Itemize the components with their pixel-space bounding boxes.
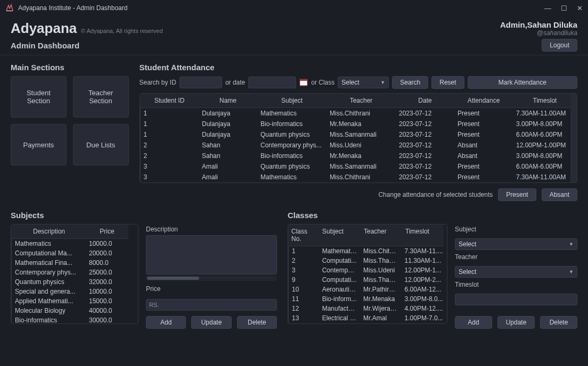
table-row[interactable]: Bio-informatics30000.0 — [11, 315, 138, 324]
table-header[interactable]: Date — [396, 94, 454, 108]
table-row[interactable]: 3Contempor...Miss.Udeni12.00PM-1... — [288, 265, 447, 275]
table-header[interactable]: Subject — [257, 94, 326, 108]
table-row[interactable]: 3AmaliMathematicsMiss.Chithrani2023-07-1… — [140, 172, 577, 182]
subject-update-button[interactable]: Update — [191, 316, 231, 329]
table-header[interactable]: Teacher — [326, 94, 396, 108]
scrollbar-horizontal[interactable] — [146, 276, 277, 281]
table-row[interactable]: 1MathematicsMiss.Chithr...7.30AM-11.... — [288, 246, 447, 256]
classes-title: Classes — [288, 211, 447, 220]
attendance-title: Student Attendance — [140, 63, 578, 72]
change-attendance-label: Change attendance of selected students — [378, 191, 493, 198]
table-row[interactable]: Special and genera...10000.0 — [11, 287, 138, 296]
table-header[interactable]: Price — [86, 224, 128, 239]
table-row[interactable]: 2SahanBio-informaticsMr.Menaka2023-07-12… — [140, 151, 577, 161]
table-row[interactable]: 14Contempor...Miss.Udeni10.00AM-1... — [288, 323, 447, 324]
app-icon — [5, 4, 14, 12]
attendance-table[interactable]: Student IDNameSubjectTeacherDateAttendan… — [140, 93, 578, 183]
present-button[interactable]: Present — [498, 188, 536, 201]
subjects-title: Subjects — [11, 211, 138, 220]
class-teacher-select[interactable]: Select▼ — [455, 266, 577, 278]
or-date-label: or date — [225, 79, 245, 86]
class-subject-select[interactable]: Select▼ — [455, 238, 577, 250]
table-row[interactable]: Computational Ma...20000.0 — [11, 248, 138, 258]
search-id-input[interactable] — [179, 77, 222, 88]
tile-student-section[interactable]: Student Section — [11, 76, 67, 118]
window-title: Adyapana Institute - Admin Dashboard — [18, 4, 544, 12]
table-header[interactable]: Subject — [319, 224, 361, 246]
brand-name: Adyapana — [11, 20, 77, 36]
class-subject-label: Subject — [455, 226, 577, 233]
logout-button[interactable]: Logout — [542, 39, 577, 52]
class-timeslot-input[interactable] — [455, 294, 577, 305]
table-row[interactable]: Mathematics10000.0 — [11, 239, 138, 248]
or-class-label: or Class — [311, 79, 334, 86]
table-row[interactable]: Quantum physics32000.0 — [11, 277, 138, 287]
table-row[interactable]: 2Computati...Miss.Tham...11.30AM-1... — [288, 256, 447, 265]
chevron-down-icon: ▼ — [569, 269, 574, 274]
mark-attendance-button[interactable]: Mark Attendance — [468, 76, 577, 89]
price-input[interactable] — [146, 299, 277, 311]
svg-rect-0 — [6, 11, 13, 11]
table-row[interactable]: 1DulanjayaMathematicsMiss.Chithrani2023-… — [140, 108, 577, 119]
table-row[interactable]: Applied Mathemati...15000.0 — [11, 296, 138, 306]
user-name: Admin,Sahan Diluka — [500, 20, 577, 29]
copyright: © Adyapana, All rights reserved — [81, 28, 163, 34]
table-row[interactable]: 13Electrical E...Mr.Amal1.00PM-7.0... — [288, 313, 447, 323]
chevron-down-icon: ▼ — [380, 80, 385, 85]
main-sections-title: Main Sections — [11, 63, 129, 72]
scrollbar-vertical[interactable] — [570, 94, 577, 182]
currency-label: RS. — [149, 302, 159, 308]
table-row[interactable]: 1DulanjayaBio-informaticsMr.Menaka2023-0… — [140, 119, 577, 129]
reset-button[interactable]: Reset — [431, 76, 464, 89]
class-delete-button[interactable]: Delete — [540, 316, 577, 329]
description-label: Description — [146, 226, 277, 233]
maximize-button[interactable]: ☐ — [561, 4, 567, 12]
table-header[interactable]: Timeslot — [402, 224, 444, 246]
tile-due-lists[interactable]: Due Lists — [73, 124, 129, 165]
price-label: Price — [146, 285, 277, 293]
table-header[interactable]: Attendance — [454, 94, 513, 108]
subjects-table[interactable]: DescriptionPrice Mathematics10000.0Compu… — [11, 224, 138, 324]
table-row[interactable]: 1DulanjayaQuantum physicsMiss.Samanmali2… — [140, 129, 577, 140]
close-button[interactable]: ✕ — [577, 4, 583, 12]
tile-payments[interactable]: Payments — [11, 124, 67, 165]
subject-add-button[interactable]: Add — [146, 316, 186, 329]
table-header[interactable]: Description — [11, 224, 86, 239]
class-teacher-label: Teacher — [455, 253, 577, 261]
class-timeslot-label: Timeslot — [455, 281, 577, 288]
table-row[interactable]: 11Bio-inform...Mr.Menaka3.00PM-8.0... — [288, 294, 447, 304]
description-input[interactable] — [146, 235, 277, 274]
class-add-button[interactable]: Add — [455, 316, 492, 329]
absent-button[interactable]: Absant — [542, 188, 577, 201]
user-handle: @sahandiluka — [500, 29, 577, 37]
page-title: Admin Dashboard — [11, 41, 79, 50]
search-date-input[interactable] — [248, 77, 296, 88]
chevron-down-icon: ▼ — [569, 242, 574, 247]
table-header[interactable]: Timeslot — [513, 94, 577, 108]
classes-table[interactable]: Class No.SubjectTeacherTimeslot 1Mathema… — [288, 224, 447, 324]
titlebar: Adyapana Institute - Admin Dashboard — ☐… — [0, 0, 588, 16]
table-row[interactable]: 9Computati...Miss.Tham...12.00PM-2... — [288, 275, 447, 285]
tile-teacher-section[interactable]: Teacher Section — [73, 76, 129, 118]
table-row[interactable]: Contemporary phys...25000.0 — [11, 268, 138, 277]
table-row[interactable]: Mathematical Fina...8000.0 — [11, 258, 138, 268]
search-button[interactable]: Search — [392, 76, 428, 89]
minimize-button[interactable]: — — [544, 4, 551, 12]
table-header[interactable]: Student ID — [140, 94, 199, 108]
svg-rect-2 — [300, 79, 307, 81]
table-row[interactable]: 2SahanContemporary phys...Miss.Udeni2023… — [140, 140, 577, 151]
table-row[interactable]: 3AmaliQuantum physicsMiss.Samanmali2023-… — [140, 161, 577, 172]
class-update-button[interactable]: Update — [497, 316, 535, 329]
calendar-icon[interactable] — [299, 78, 308, 87]
table-row[interactable]: Molecular Biology40000.0 — [11, 306, 138, 315]
table-header[interactable]: Class No. — [288, 224, 319, 246]
search-id-label: Search by ID — [140, 79, 176, 86]
class-select[interactable]: Select▼ — [338, 77, 389, 88]
table-row[interactable]: 12Manufactur...Mr.Wijerath...4.00PM-12..… — [288, 304, 447, 313]
table-header[interactable]: Name — [199, 94, 257, 108]
subject-delete-button[interactable]: Delete — [237, 316, 277, 329]
table-header[interactable]: Teacher — [361, 224, 402, 246]
table-row[interactable]: 10Aeronautic...Mr.Pathirana6.00AM-12... — [288, 285, 447, 294]
